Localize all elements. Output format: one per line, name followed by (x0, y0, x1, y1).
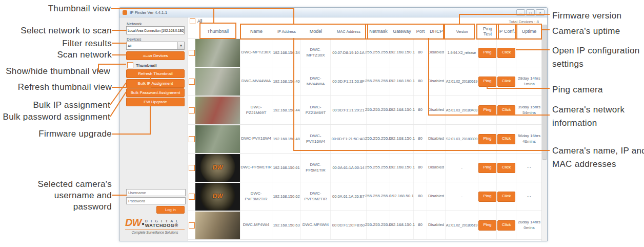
table-row: DWC-PZ21M69T192.168.150.44DWC-PZ21M69T00… (188, 96, 547, 125)
row-checkbox-cell (188, 96, 195, 124)
maximize-button[interactable]: ▢ (526, 9, 535, 16)
annotation-refresh-thumbnail: Refresh thumbnail view (18, 82, 112, 93)
ipconf-cell: Click (497, 154, 516, 182)
cell-netmask: 255.255.255.0 (367, 67, 390, 96)
row-checkbox[interactable] (189, 50, 195, 56)
ping-button[interactable]: Ping (478, 77, 496, 87)
close-button[interactable]: ✕ (536, 9, 545, 16)
column-header-uptime[interactable]: Uptime (516, 29, 542, 34)
row-checkbox[interactable] (189, 194, 195, 200)
username-field[interactable] (126, 189, 186, 196)
ip-config-click-button[interactable]: Click (497, 163, 515, 173)
annotation-open-ip-config: Open IP configuration settings (552, 44, 644, 71)
total-devices-count: Total Devices : 8 (509, 20, 539, 24)
camera-thumbnail-cell (195, 125, 240, 153)
network-select[interactable]: Local Area Connection [192.168.0.186] ▾ (126, 26, 185, 34)
minimize-button[interactable]: — (516, 9, 525, 16)
cell-gateway: 192.168.150.1 (390, 39, 414, 67)
ip-config-click-button[interactable]: Click (497, 192, 515, 202)
sidebar: Network Local Area Connection [192.168.0… (119, 17, 188, 241)
table-row: DWDWC-PVF9M2TIR192.168.150.62DWC-PVF9M2T… (188, 182, 547, 211)
annotation-camera-uptime: Camera's uptime (552, 25, 620, 38)
ping-button[interactable]: Ping (478, 134, 496, 144)
annotation-thumbnail-view: Thumbnail view (48, 3, 111, 14)
ping-button[interactable]: Ping (478, 192, 496, 202)
cell-ip-address: 192.168.150.40 (272, 67, 301, 96)
table-row: DWC-MF4Wi4192.168.150.63DWC-MF4Wi400:0D:… (188, 211, 547, 240)
ping-button[interactable]: Ping (478, 163, 496, 173)
ping-button[interactable]: Ping (478, 105, 496, 116)
column-header-version[interactable]: Version (446, 29, 478, 34)
cell-model: DWC-MF4Wi4 (301, 211, 331, 239)
column-header-netmask[interactable]: Netmask (367, 29, 390, 34)
scan-devices-button[interactable]: Scan Devices (126, 51, 185, 60)
annotated-screenshot: Thumbnail view Select network to scan Fi… (0, 0, 644, 247)
ip-config-click-button[interactable]: Click (497, 77, 515, 87)
ping-cell: Ping (478, 125, 497, 153)
bulk-ip-assignment-button[interactable]: Bulk IP Assignment (126, 79, 185, 88)
refresh-thumbnail-button[interactable]: Refresh Thumbnail (126, 69, 185, 78)
table-row: DWC-MV44WiA192.168.150.40DWC-MV44WiA00:0… (188, 67, 547, 96)
table-row: DWC-PVX16W4192.168.150.48DWC-PVX16W400:0… (188, 125, 547, 154)
camera-thumbnail (195, 125, 240, 153)
cell-port: 80 (414, 67, 427, 96)
column-header-model[interactable]: Model (301, 29, 331, 34)
ping-cell: Ping (478, 154, 497, 182)
ip-config-click-button[interactable]: Click (497, 220, 515, 231)
scrollbar-thumb[interactable] (542, 25, 547, 160)
table-row: DWDWC-PF5M1TIR192.168.150.61DWC-PF5M1TIR… (188, 154, 547, 182)
cell-netmask: 255.255.255.0 (367, 154, 390, 182)
annotation-ping-camera: Ping camera (552, 83, 603, 97)
ip-config-click-button[interactable]: Click (497, 48, 515, 58)
cell-mac-address: 00:07:D8:19:10:1A (331, 39, 367, 67)
row-checkbox[interactable] (189, 222, 195, 229)
column-header-mac-address[interactable]: MAC Address (331, 29, 367, 34)
row-checkbox-cell (188, 154, 195, 182)
column-header-gateway[interactable]: Gateway (390, 29, 414, 34)
cell-version: A5.01.03_20180403 (446, 96, 478, 124)
thumbnail-checkbox[interactable] (127, 62, 133, 68)
row-checkbox[interactable] (189, 165, 195, 171)
column-header-ip-address[interactable]: IP Address (272, 29, 301, 34)
ipconf-cell: Click (497, 39, 516, 67)
app-window: IP Finder Ver 4.4.1.1 — ▢ ✕ Network Loca… (119, 7, 548, 241)
device-rows: DWC-MPTZ30X192.168.150.34DWC-MPTZ30X00:0… (188, 39, 547, 240)
column-header-ip-conf[interactable]: IP Conf. (497, 29, 516, 34)
cell-dhcp: Disabled (427, 182, 446, 211)
cell-name: DWC-MPTZ30X (240, 39, 272, 67)
chevron-down-icon: ▾ (177, 42, 184, 49)
column-header-dhcp[interactable]: DHCP (427, 29, 446, 34)
cell-uptime (516, 39, 542, 67)
cell-port: 80 (414, 154, 427, 182)
scrollbar[interactable] (541, 25, 547, 241)
annotation-bulk-password: Bulk password assignment (3, 111, 110, 123)
bulk-password-assignment-button[interactable]: Bulk Password Assignment (126, 88, 185, 97)
ping-button[interactable]: Ping (478, 48, 496, 58)
column-header-thumbnail[interactable]: Thumbnail (195, 29, 240, 34)
cell-dhcp: Disabled (427, 154, 446, 182)
column-header-port[interactable]: Port (414, 29, 427, 34)
cell-dhcp: Disabled (427, 39, 446, 67)
row-checkbox[interactable] (189, 79, 195, 85)
devices-filter-select[interactable]: All ▾ (126, 42, 185, 50)
select-all-checkbox[interactable] (190, 18, 195, 24)
window-titlebar[interactable]: IP Finder Ver 4.4.1.1 — ▢ ✕ (119, 8, 547, 17)
column-header-ping-test[interactable]: Ping Test (478, 26, 497, 36)
camera-thumbnail-cell (195, 211, 240, 239)
camera-thumbnail: DW (195, 154, 240, 182)
row-checkbox[interactable] (189, 107, 195, 113)
password-field[interactable] (126, 197, 186, 204)
ip-config-click-button[interactable]: Click (497, 105, 515, 116)
fw-upgrade-button[interactable]: FW Upgrade (126, 98, 185, 106)
cell-dhcp: Disabled (427, 211, 446, 239)
ping-button[interactable]: Ping (478, 220, 496, 231)
column-header-name[interactable]: Name (240, 29, 272, 34)
ip-config-click-button[interactable]: Click (497, 134, 515, 144)
cell-name: DWC-PVF9M2TIR (240, 182, 272, 211)
annotation-filter-results: Filter results (62, 38, 112, 49)
cell-dhcp: Disabled (427, 125, 446, 153)
row-checkbox[interactable] (189, 136, 195, 142)
annotation-show-hide-thumbnail: Show/hide thumbnail view (6, 66, 110, 77)
login-button[interactable]: Log in (156, 206, 185, 214)
row-checkbox-cell (188, 211, 195, 239)
